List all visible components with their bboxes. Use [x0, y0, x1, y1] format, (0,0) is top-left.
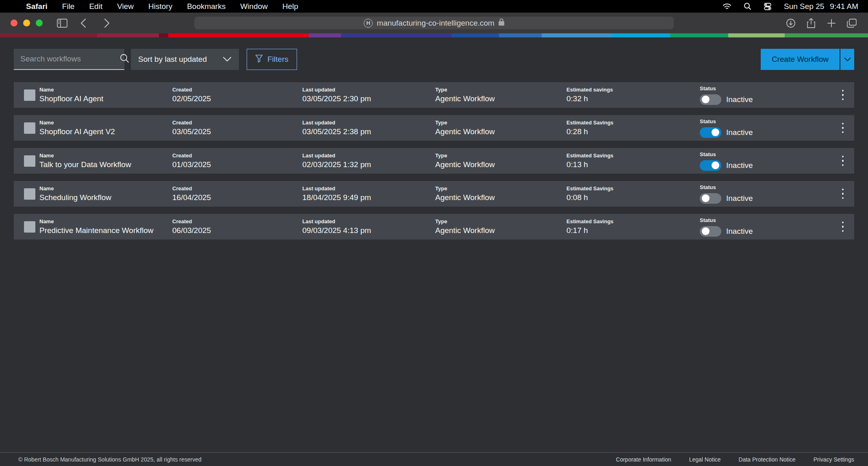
tab-overview-icon[interactable]	[844, 16, 860, 30]
updated-label: Last updated	[302, 185, 435, 192]
savings-label: Estimated Savings	[566, 185, 700, 192]
chevron-down-icon	[223, 55, 232, 64]
back-button[interactable]	[75, 16, 91, 30]
workflow-row: NameScheduling Workflow Created16/04/202…	[14, 181, 854, 207]
close-window-button[interactable]	[11, 20, 17, 26]
downloads-icon[interactable]	[783, 16, 799, 30]
create-workflow-split-button: Create Workflow	[761, 49, 854, 70]
savings-label: Estimated Savings	[566, 120, 700, 126]
menu-bookmarks[interactable]: Bookmarks	[187, 2, 226, 11]
menu-file[interactable]: File	[62, 2, 75, 11]
row-menu-kebab-icon[interactable]	[831, 152, 854, 170]
row-checkbox[interactable]	[24, 155, 35, 167]
menu-view[interactable]: View	[117, 2, 134, 11]
type-label: Type	[435, 152, 566, 159]
forward-button[interactable]	[99, 16, 115, 30]
window-controls	[11, 20, 43, 26]
created-label: Created	[172, 87, 302, 93]
status-toggle[interactable]	[700, 226, 721, 237]
workflow-row: NameTalk to your Data Workflow Created01…	[14, 148, 854, 174]
workflow-name: Predictive Maintenance Workflow	[39, 226, 172, 235]
sidebar-toggle-icon[interactable]	[54, 16, 70, 30]
status-toggle[interactable]	[700, 193, 721, 204]
type-label: Type	[435, 87, 566, 93]
menu-safari[interactable]: Safari	[26, 2, 48, 11]
footer-link-legal-notice[interactable]: Legal Notice	[689, 456, 721, 463]
minimize-window-button[interactable]	[23, 20, 30, 26]
search-icon	[120, 54, 129, 65]
status-text: Inactive	[726, 227, 753, 236]
created-label: Created	[172, 185, 302, 192]
spotlight-search-icon[interactable]	[744, 2, 751, 10]
name-label: Name	[39, 120, 172, 126]
name-label: Name	[39, 218, 172, 224]
status-text: Inactive	[726, 95, 753, 104]
row-checkbox[interactable]	[24, 89, 35, 101]
status-toggle[interactable]	[700, 160, 721, 171]
savings-value: 0:17 h	[566, 226, 700, 235]
updated-label: Last updated	[302, 152, 435, 159]
type-value: Agentic Workflow	[435, 127, 566, 136]
created-value: 03/05/2025	[172, 127, 302, 136]
row-menu-kebab-icon[interactable]	[831, 218, 854, 235]
search-input[interactable]	[20, 54, 120, 63]
footer-link-data-protection-notice[interactable]: Data Protection Notice	[739, 456, 796, 463]
type-label: Type	[435, 120, 566, 126]
filters-button[interactable]: Filters	[247, 49, 297, 70]
controls-row: Sort by last updated Filters Create Work…	[14, 49, 854, 70]
menu-edit[interactable]: Edit	[89, 2, 102, 11]
row-checkbox[interactable]	[24, 188, 35, 200]
created-label: Created	[172, 152, 302, 159]
workflow-name: Shopfloor AI Agent V2	[39, 127, 172, 136]
workflow-list: NameShopfloor AI Agent Created02/05/2025…	[14, 82, 854, 240]
menubar-clock: Sun Sep 25 9:41 AM	[784, 2, 858, 11]
address-bar-url: manufacturing-co-intelligence.com	[377, 19, 494, 28]
wifi-icon[interactable]	[723, 3, 731, 10]
savings-label: Estimated Savings	[566, 218, 700, 224]
workflow-row: NameShopfloor AI Agent Created02/05/2025…	[14, 82, 854, 108]
status-label: Status	[700, 151, 831, 157]
status-toggle[interactable]	[700, 127, 721, 138]
type-label: Type	[435, 185, 566, 192]
search-workflows-box[interactable]	[14, 49, 124, 70]
type-label: Type	[435, 218, 566, 224]
row-menu-kebab-icon[interactable]	[831, 120, 854, 137]
menu-window[interactable]: Window	[240, 2, 268, 11]
footer-link-corporate-information[interactable]: Corporate Information	[616, 456, 671, 463]
type-value: Agentic Workflow	[435, 226, 566, 235]
updated-label: Last updated	[302, 87, 435, 93]
control-center-icon[interactable]	[764, 2, 772, 11]
updated-label: Last updated	[302, 120, 435, 126]
row-menu-kebab-icon[interactable]	[831, 87, 854, 104]
name-label: Name	[39, 87, 172, 93]
create-workflow-button[interactable]: Create Workflow	[761, 49, 840, 70]
type-value: Agentic Workflow	[435, 193, 566, 202]
workflow-name: Talk to your Data Workflow	[39, 160, 172, 169]
new-tab-icon[interactable]	[823, 16, 840, 30]
updated-value: 09/03/2025 4:13 pm	[302, 226, 435, 235]
row-menu-kebab-icon[interactable]	[831, 185, 854, 203]
zoom-window-button[interactable]	[36, 20, 43, 26]
menu-history[interactable]: History	[148, 2, 172, 11]
status-toggle[interactable]	[700, 94, 721, 105]
sort-dropdown[interactable]: Sort by last updated	[131, 49, 239, 70]
row-checkbox[interactable]	[24, 122, 35, 134]
share-icon[interactable]	[803, 16, 819, 30]
create-workflow-dropdown-button[interactable]	[840, 49, 854, 70]
name-label: Name	[39, 152, 172, 159]
status-label: Status	[700, 85, 831, 91]
lock-icon	[499, 18, 504, 28]
created-label: Created	[172, 218, 302, 224]
address-bar[interactable]: H manufacturing-co-intelligence.com	[194, 17, 674, 29]
row-checkbox[interactable]	[24, 221, 35, 233]
workflow-row: NamePredictive Maintenance Workflow Crea…	[14, 214, 854, 240]
menu-help[interactable]: Help	[282, 2, 298, 11]
savings-value: 0:28 h	[566, 127, 700, 136]
site-favicon: H	[364, 19, 373, 28]
created-value: 02/05/2025	[172, 94, 302, 103]
savings-value: 0:13 h	[566, 160, 700, 169]
savings-label: Estimated Savings	[566, 152, 700, 159]
workflow-name: Scheduling Workflow	[39, 193, 172, 202]
footer-link-privacy-settings[interactable]: Privacy Settings	[814, 456, 854, 463]
savings-label: Estimated savings	[566, 87, 700, 93]
